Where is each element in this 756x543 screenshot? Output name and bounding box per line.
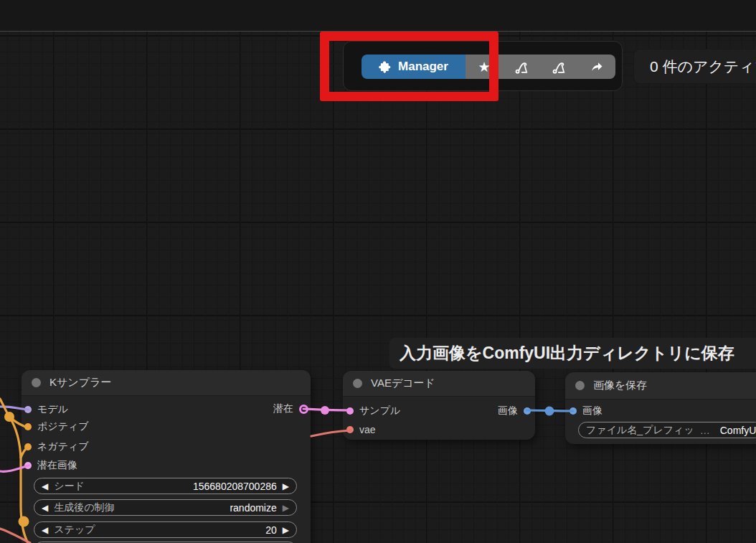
active-queue-badge[interactable]: 0 件のアクティブ	[633, 49, 756, 84]
save-image-tooltip: 入力画像をComfyUI出力ディレクトリに保存	[389, 338, 756, 369]
widget-label: ファイル名_プレフィッ	[586, 424, 694, 437]
active-queue-label: 0 件のアクティブ	[650, 57, 756, 77]
widget-value: ComfyUI	[720, 425, 756, 436]
decrement-arrow-icon[interactable]: ◀	[42, 482, 48, 491]
slot-dot[interactable]	[524, 407, 531, 415]
widget-value: 156680208700286	[193, 481, 277, 492]
widget-seed[interactable]: ◀ シード 156680208700286 ▶	[34, 478, 297, 494]
increment-arrow-icon[interactable]: ▶	[283, 504, 289, 512]
slot-label: 潜在画像	[37, 459, 77, 472]
widget-value: 20	[265, 524, 277, 536]
decrement-arrow-icon[interactable]: ◀	[42, 526, 48, 534]
collapse-dot-icon[interactable]	[353, 379, 362, 388]
link-dot	[321, 406, 329, 415]
share-icon[interactable]	[587, 57, 606, 76]
toolbar-button-group: Manager ★	[362, 55, 615, 79]
slot-label: vae	[359, 424, 376, 435]
node-title: 画像を保存	[593, 379, 647, 392]
node-save-image-header[interactable]: 画像を保存	[565, 372, 756, 400]
top-menubar	[0, 0, 756, 32]
slot-label: 潜在	[273, 402, 293, 415]
manager-button[interactable]: Manager	[362, 55, 466, 79]
input-slot-images[interactable]: 画像	[570, 405, 603, 417]
slot-dot[interactable]	[346, 426, 354, 433]
collapse-dot-icon[interactable]	[32, 378, 41, 387]
widget-value: randomize	[230, 502, 276, 514]
widget-steps[interactable]: ◀ ステップ 20 ▶	[34, 521, 297, 538]
slot-dot[interactable]	[24, 423, 32, 430]
widget-filename-prefix[interactable]: ファイル名_プレフィッ … ComfyUI	[578, 422, 756, 438]
manager-button-label: Manager	[398, 60, 448, 74]
node-save-image[interactable]: 画像を保存 画像 ファイル名_プレフィッ … ComfyUI	[565, 372, 756, 444]
widget-label: ステップ	[54, 524, 95, 537]
slot-dot[interactable]	[570, 407, 577, 415]
widget-control-after-generate[interactable]: ◀ 生成後の制御 randomize ▶	[34, 499, 297, 516]
increment-arrow-icon[interactable]: ▶	[283, 482, 289, 491]
slot-dot[interactable]	[299, 405, 308, 414]
input-slot-latent-image[interactable]: 潜在画像	[24, 459, 77, 472]
widget-label: シード	[54, 480, 85, 493]
node-vae-decode-header[interactable]: VAEデコード	[343, 371, 535, 397]
comfyui-canvas[interactable]: Manager ★	[0, 0, 756, 543]
input-slot-vae[interactable]: vae	[346, 424, 376, 435]
decrement-arrow-icon[interactable]: ◀	[42, 504, 48, 512]
increment-arrow-icon[interactable]: ▶	[283, 526, 289, 534]
ellipsis: …	[700, 425, 710, 436]
slot-label: ポジティブ	[37, 420, 89, 433]
output-slot-latent[interactable]: 潜在	[273, 402, 308, 415]
slot-dot[interactable]	[346, 407, 354, 415]
tooltip-text: 入力画像をComfyUI出力ディレクトリに保存	[400, 342, 734, 364]
link-dot	[545, 407, 554, 416]
node-title: VAEデコード	[371, 377, 435, 390]
node-title: Kサンプラー	[49, 376, 111, 389]
manager-toolbar-panel: Manager ★	[343, 41, 623, 91]
slot-dot[interactable]	[24, 443, 32, 450]
slot-label: 画像	[582, 405, 603, 417]
slot-dot[interactable]	[24, 462, 32, 469]
link-dot	[4, 412, 14, 422]
input-slot-model[interactable]: モデル	[24, 403, 68, 416]
input-slot-negative[interactable]: ネガティブ	[24, 440, 89, 453]
slot-label: ネガティブ	[37, 440, 89, 453]
node-vae-decode[interactable]: VAEデコード サンプル vae 画像	[343, 371, 535, 440]
slot-label: モデル	[37, 403, 68, 416]
output-slot-image[interactable]: 画像	[498, 405, 531, 417]
star-icon[interactable]: ★	[475, 57, 493, 76]
slot-label: サンプル	[359, 405, 400, 417]
input-slot-positive[interactable]: ポジティブ	[24, 420, 89, 433]
bell-icon[interactable]	[512, 57, 531, 76]
collapse-dot-icon[interactable]	[575, 381, 585, 390]
slot-dot[interactable]	[24, 406, 32, 413]
bell-icon[interactable]	[550, 57, 569, 76]
widget-label: 生成後の制御	[54, 501, 114, 514]
input-slot-samples[interactable]: サンプル	[346, 405, 400, 417]
puzzle-icon	[379, 60, 392, 73]
toolbar-icon-group: ★	[466, 55, 615, 79]
slot-label: 画像	[498, 405, 518, 417]
node-ksampler-header[interactable]: Kサンプラー	[22, 370, 311, 396]
node-ksampler[interactable]: Kサンプラー モデル ポジティブ ネガティブ 潜在画像 潜在 ◀ シード 156…	[22, 370, 311, 543]
